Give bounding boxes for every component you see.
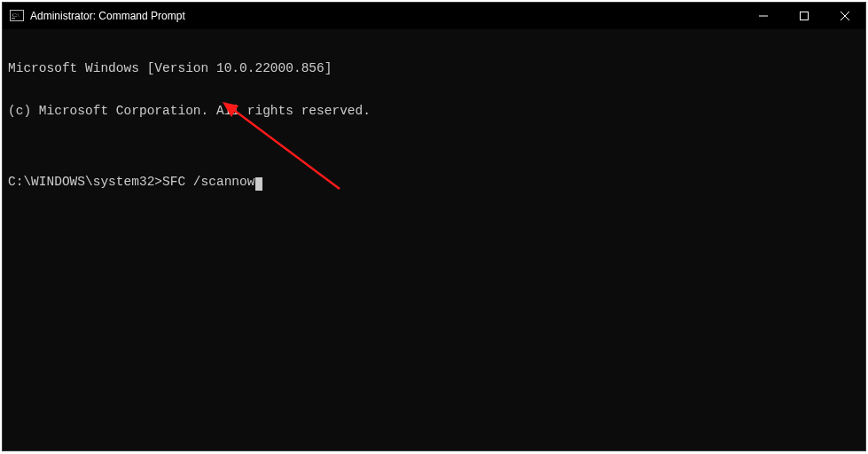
text-cursor <box>255 177 262 191</box>
close-button[interactable] <box>825 3 865 29</box>
terminal-prompt: C:\WINDOWS\system32> <box>8 175 162 189</box>
command-prompt-window: C:\ Administrator: Command Prompt Micros… <box>2 2 866 451</box>
terminal-command: SFC /scannow <box>162 175 254 189</box>
terminal-prompt-line: C:\WINDOWS\system32>SFC /scannow <box>8 175 860 189</box>
svg-text:C:\: C:\ <box>12 12 20 18</box>
terminal-line: (c) Microsoft Corporation. All rights re… <box>8 104 860 118</box>
terminal-output-area[interactable]: Microsoft Windows [Version 10.0.22000.85… <box>3 29 865 450</box>
window-controls <box>743 3 865 29</box>
minimize-button[interactable] <box>743 3 784 29</box>
cmd-icon: C:\ <box>10 9 24 23</box>
terminal-line: Microsoft Windows [Version 10.0.22000.85… <box>8 61 860 75</box>
window-title: Administrator: Command Prompt <box>30 10 743 22</box>
maximize-button[interactable] <box>784 3 825 29</box>
titlebar[interactable]: C:\ Administrator: Command Prompt <box>3 3 865 29</box>
svg-rect-4 <box>801 12 809 20</box>
